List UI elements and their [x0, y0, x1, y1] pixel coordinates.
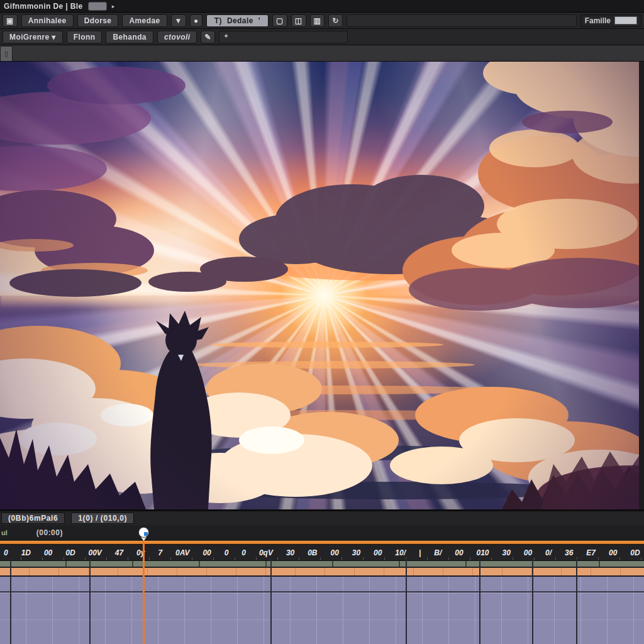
active-tool-label: Dedale	[227, 15, 253, 26]
ruler-tick: 0	[4, 548, 8, 557]
grid-section-line	[479, 559, 480, 644]
ruler-tick: E7	[586, 548, 596, 557]
ruler-tick: 0D	[65, 548, 75, 557]
ruler-tick: 7	[158, 548, 162, 557]
ruler-tick: 00	[44, 548, 52, 557]
ruler-tick: 30	[286, 548, 294, 557]
tool-button-1[interactable]: Annihalee	[21, 14, 74, 27]
circle-tool-button[interactable]: ●	[190, 14, 203, 27]
timeline-tabs-row: (0Bb)6mPal6 1(0) / (010,0)	[0, 511, 644, 525]
timeline-panel: (0Bb)6mPal6 1(0) / (010,0) ul (00:00) 01…	[0, 509, 644, 644]
menu-chip-button[interactable]	[88, 2, 107, 11]
ruler-tick: 00	[330, 548, 338, 557]
grid-section-line	[89, 559, 91, 644]
preview-panel: Famille	[580, 14, 641, 27]
grid-section-line	[270, 559, 272, 644]
ruler-tick: 0/	[545, 548, 552, 557]
view-toggle-icon-2[interactable]: ◫	[291, 14, 306, 27]
toolbar-row-2: MoiGrenre ▾ Flonn Behanda ctovoli ✎ ✦	[0, 29, 644, 45]
tool2-button-3[interactable]: ctovoli	[157, 31, 197, 43]
active-tool-suffix: '	[258, 15, 260, 26]
sparkle-icon: ✦	[223, 32, 229, 40]
ruler-tick: 1D	[21, 548, 31, 557]
ruler-tick: 30	[352, 548, 360, 557]
ruler-tick: 0qV	[259, 548, 273, 557]
ruler-tick: 0AV	[175, 548, 189, 557]
tool2-button-2[interactable]: Behanda	[106, 31, 153, 43]
ruler-tick: 00V	[88, 548, 101, 557]
grid-section-line	[576, 559, 577, 644]
tool-button-3[interactable]: Amedae	[122, 14, 167, 27]
play-arrow-icon[interactable]: ▸	[112, 3, 115, 9]
menu-bar: Gifnmmonin De | Ble ▸	[0, 0, 644, 13]
tool2-button-1[interactable]: Flonn	[67, 31, 103, 43]
timeline-tab-name[interactable]: (0Bb)6mPal6	[1, 513, 65, 524]
grid-section-line	[406, 559, 407, 644]
ruler-tick: 00	[455, 548, 463, 557]
timeline-header-row: ul (00:00)	[0, 525, 644, 540]
active-tool-button[interactable]: T) Dedale '	[206, 14, 269, 27]
tool-button-2[interactable]: Ddorse	[77, 14, 119, 27]
toolbar-row-1: ▣ Annihalee Ddorse Amedae ▼ ● T) Dedale …	[0, 13, 644, 29]
composition-viewport[interactable]	[0, 62, 644, 509]
composition-tab[interactable]: ▯	[0, 46, 13, 61]
refresh-icon[interactable]: ↻	[328, 14, 342, 27]
timeline-ruler[interactable]: 01D000D00V470y70AV00000qV300B00300010/|B…	[0, 545, 644, 561]
toolbar-inset-bar	[347, 14, 577, 27]
timeline-grid[interactable]	[0, 577, 644, 644]
preview-swatch[interactable]	[614, 16, 637, 25]
track-summary-row[interactable]	[0, 561, 644, 567]
menu-items[interactable]: Gifnmmonin De | Ble	[4, 2, 83, 11]
ruler-tick: 00	[524, 548, 532, 557]
search-bar[interactable]: ✦	[219, 31, 348, 43]
ruler-tick: 30	[502, 548, 510, 557]
ruler-tick: 00	[374, 548, 382, 557]
ruler-tick: 0D	[630, 548, 640, 557]
view-toggle-icon-3[interactable]: ▥	[310, 14, 325, 27]
corner-vignette	[0, 62, 644, 509]
track-keyframe-row[interactable]	[0, 567, 644, 577]
ruler-tick: 010	[477, 548, 489, 557]
dropdown-arrow-button[interactable]: ▼	[171, 14, 186, 27]
viewport-right-gutter	[639, 62, 644, 509]
ruler-tick: 36	[565, 548, 573, 557]
tab-strip: ▯	[0, 45, 644, 62]
ruler-tick: 0B	[308, 548, 317, 557]
view-toggle-icon-1[interactable]: ▢	[272, 14, 287, 27]
work-area-bar[interactable]	[0, 540, 644, 545]
ruler-tick: 47	[115, 548, 123, 557]
grid-section-line	[532, 559, 533, 644]
ruler-tick: 0	[242, 548, 246, 557]
playhead-line[interactable]	[143, 538, 145, 644]
app-icon-button[interactable]: ▣	[3, 14, 18, 27]
ruler-tick: 10/	[395, 548, 406, 557]
playhead-marker[interactable]	[138, 527, 149, 538]
ruler-tick: 00	[203, 548, 211, 557]
document-icon: ▯	[4, 50, 8, 58]
grid-section-line	[10, 559, 11, 644]
preview-panel-label: Famille	[585, 16, 611, 25]
ruler-tick: B/	[434, 548, 441, 557]
pen-icon[interactable]: ✎	[201, 31, 214, 43]
ruler-tick: |	[419, 548, 421, 557]
video-editor-app: Gifnmmonin De | Ble ▸ ▣ Annihalee Ddorse…	[0, 0, 644, 644]
ruler-tick: 0	[225, 548, 229, 557]
mode-dropdown[interactable]: MoiGrenre ▾	[3, 31, 63, 43]
mode-dropdown-label: MoiGrenre	[9, 33, 50, 42]
timeline-left-fragment: ul	[1, 529, 8, 536]
current-time-label: (00:00)	[36, 528, 63, 537]
active-tool-prefix: T)	[214, 15, 222, 26]
ruler-tick: 00	[609, 548, 617, 557]
chevron-down-icon: ▾	[52, 33, 55, 42]
timeline-timecode-tab[interactable]: 1(0) / (010,0)	[71, 513, 134, 524]
